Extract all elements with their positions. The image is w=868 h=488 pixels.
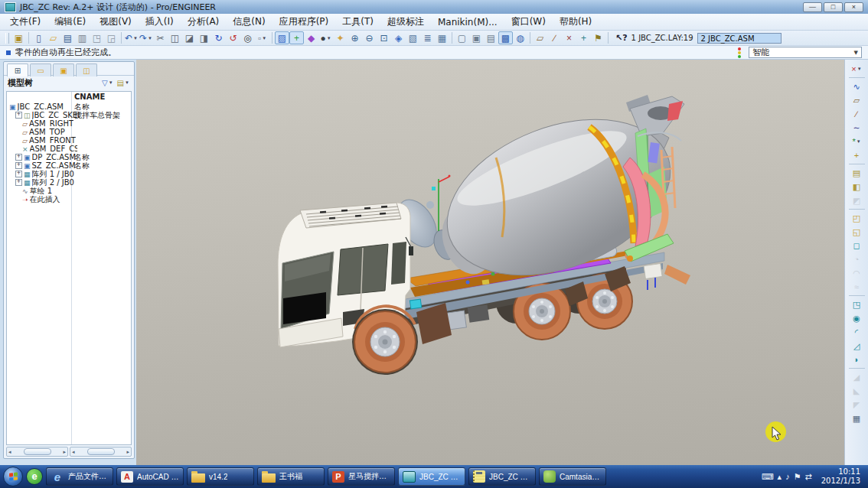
spin-center-button[interactable]: + (289, 31, 304, 44)
mixer-truck-model[interactable] (136, 60, 844, 465)
taskbar-item-proe[interactable]: JBC_ZC Rev... (398, 467, 465, 486)
scroll-right-icon[interactable]: ▸ (63, 449, 66, 455)
send-model-button[interactable]: ◲ (104, 31, 119, 44)
cut-button[interactable]: ✂ (153, 31, 168, 44)
menu-item-6[interactable]: 应用程序(P) (272, 13, 336, 31)
round-button[interactable]: ◜ (848, 325, 866, 339)
datum-csys-button[interactable]: + (848, 148, 866, 162)
window-list-entry-asm[interactable]: 2 JBC_ZC.ASM (697, 33, 782, 44)
taskbar-clock[interactable]: 10:11 2012/1/13 (821, 467, 860, 486)
shading-button[interactable]: ▩ (498, 31, 513, 44)
volume-icon[interactable]: ♪ (785, 472, 790, 481)
pan-zoom-button[interactable]: ✦ (333, 31, 348, 44)
maximize-button[interactable]: □ (824, 2, 843, 12)
new-file-button[interactable]: ▯ (31, 31, 46, 44)
menu-item-1[interactable]: 编辑(E) (47, 13, 93, 31)
open-file-button[interactable]: ▱ (46, 31, 60, 44)
chamfer-button[interactable]: ◿ (848, 339, 866, 353)
scroll-left-icon[interactable]: ◂ (72, 449, 75, 455)
taskbar-item-folder-v142[interactable]: v14.2 (187, 467, 254, 486)
input-indicator-icon[interactable]: ⌨ (762, 472, 774, 482)
pattern-button[interactable]: ▦ (848, 412, 866, 425)
tree-item-asm-front[interactable]: ▱ASM_FRONT (7, 136, 131, 145)
tree-columns-button[interactable]: ▤▼ (116, 79, 130, 87)
menu-item-5[interactable]: 信息(N) (226, 13, 272, 31)
taskbar-item-folder-wangshufu[interactable]: 王书福 (257, 467, 325, 486)
menu-item-9[interactable]: Manikin(M)... (431, 15, 504, 30)
no-hidden-button[interactable]: ▤ (484, 31, 498, 44)
copy-geometry-button[interactable]: ◧ (848, 180, 866, 194)
expand-icon[interactable]: + (15, 171, 22, 177)
paste-special-button[interactable]: ◨ (197, 31, 211, 44)
orient-mode-button[interactable]: ◆ (304, 31, 318, 44)
taskbar-item-powerpoint[interactable]: P星马搅拌车... (328, 467, 395, 486)
zoom-out-button[interactable]: ⊖ (362, 31, 377, 44)
scrollbar-thumb[interactable] (24, 448, 51, 455)
smart-select-arrow-icon[interactable]: ↖? (615, 33, 628, 43)
browser-quick-launch[interactable]: e (26, 468, 43, 485)
action-center-icon[interactable]: ⚑ (794, 472, 801, 482)
print-preview-button[interactable]: ◳ (90, 31, 104, 44)
saved-views-button[interactable]: ▧ (406, 31, 420, 44)
save-file-button[interactable]: ▤ (60, 31, 75, 44)
tree-scrollbar-right[interactable]: ◂ ▸ (70, 447, 132, 457)
view-manager-button[interactable]: ▦ (435, 31, 449, 44)
tab-favorites[interactable]: ▣ (53, 63, 74, 76)
datum-points-toggle[interactable]: × (562, 31, 576, 44)
datum-axes-toggle[interactable]: ∕ (547, 31, 562, 44)
datum-planes-toggle[interactable]: ▱ (533, 31, 547, 44)
datum-curve-button[interactable]: ∼ (848, 121, 866, 135)
show-hidden-icons[interactable]: ▴ (778, 472, 782, 482)
tree-item-sketch-1[interactable]: ∿草绘 1 (7, 187, 131, 195)
assemble-button[interactable]: ◰ (848, 211, 866, 225)
taskbar-item-notepad[interactable]: JBC_ZC Rev... (468, 467, 536, 486)
expand-icon[interactable]: + (15, 154, 22, 161)
menu-item-10[interactable]: 窗口(W) (504, 13, 553, 31)
graphics-area[interactable] (136, 60, 844, 465)
menu-item-11[interactable]: 帮助(H) (553, 13, 599, 31)
repaint-button[interactable]: ▨ (275, 31, 289, 44)
start-button[interactable] (3, 467, 23, 486)
annotations-toggle[interactable]: ⚑ (591, 31, 605, 44)
tree-scrollbar-left[interactable]: ◂ ▸ (6, 447, 68, 457)
wireframe-button[interactable]: ▢ (455, 31, 469, 44)
find-button[interactable]: ◎ (240, 31, 255, 44)
selection-filter-dropdown[interactable]: 智能 ▼ (749, 47, 862, 58)
copy-button[interactable]: ◫ (168, 31, 182, 44)
tree-item-pattern-2[interactable]: +▦阵列 2 / JB0 (7, 178, 131, 187)
tree-column-header[interactable]: CNAME (74, 93, 105, 101)
redo-button[interactable]: ↷▼ (139, 31, 153, 44)
tree-filters-button[interactable]: ▽▼ (101, 79, 114, 87)
layers-button[interactable]: ≣ (420, 31, 435, 44)
scroll-right-icon[interactable]: ▸ (126, 449, 129, 455)
tree-item-asm-def-csys[interactable]: ×ASM_DEF_CSYS (7, 145, 131, 153)
expand-icon[interactable]: + (15, 179, 22, 186)
close-button[interactable]: × (844, 2, 863, 12)
create-component-button[interactable]: ◱ (848, 225, 866, 239)
extrude-button[interactable]: ◳ (848, 298, 866, 311)
regenerate-button[interactable]: ↻ (211, 31, 226, 44)
zoom-in-button[interactable]: ⊕ (348, 31, 362, 44)
sketch-tool-button[interactable]: ∿ (848, 80, 866, 93)
select-working-directory-button[interactable]: ▣ (11, 31, 26, 44)
tab-model-tree[interactable]: ⊞ (7, 63, 28, 76)
hole-button[interactable]: ◉ (848, 311, 866, 325)
menu-item-0[interactable]: 文件(F) (3, 13, 47, 31)
datum-plane-button[interactable]: ▱ (848, 93, 866, 107)
front-wheel[interactable] (354, 311, 416, 373)
taskbar-item-autocad[interactable]: AAutoCAD 2... (116, 467, 184, 486)
menu-item-2[interactable]: 视图(V) (93, 13, 139, 31)
menu-item-8[interactable]: 超级标注 (380, 13, 431, 31)
select-region-button[interactable]: ▫▼ (255, 31, 269, 44)
datum-csys-toggle[interactable]: + (576, 31, 591, 44)
datum-point-flyout[interactable]: ×▼ (848, 62, 866, 76)
shaded-display-button[interactable]: ●▼ (318, 31, 333, 44)
regenerate-manager-button[interactable]: ↺ (226, 31, 240, 44)
tree-item-insert-here[interactable]: ➝在此插入 (7, 195, 131, 203)
realistic-shading-button[interactable]: ◍ (513, 31, 527, 44)
expand-icon[interactable]: + (15, 162, 22, 169)
expand-icon[interactable]: + (15, 112, 22, 119)
menu-item-4[interactable]: 分析(A) (181, 13, 227, 31)
datum-axis-button[interactable]: ∕ (848, 107, 866, 121)
shell-button[interactable]: ◗ (848, 353, 866, 366)
